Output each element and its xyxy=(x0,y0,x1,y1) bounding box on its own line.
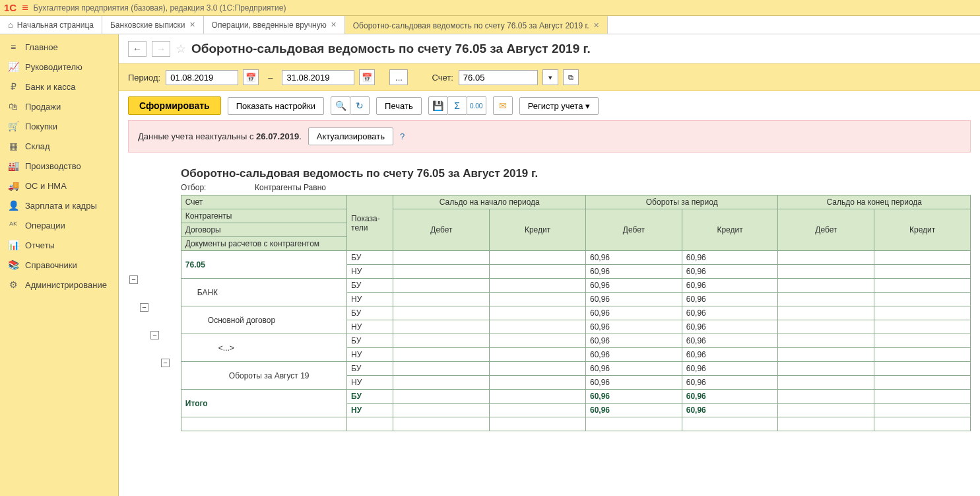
sidebar-item-6[interactable]: 🏭Производство xyxy=(0,156,118,176)
period-dash: – xyxy=(268,73,273,83)
tab-label: Операции, введенные вручную xyxy=(212,20,327,30)
account-input[interactable] xyxy=(459,70,538,85)
num-cell: 60,96 xyxy=(585,306,682,320)
sidebar-label: Зарплата и кадры xyxy=(25,201,97,211)
forward-button[interactable]: → xyxy=(152,41,170,57)
num-cell xyxy=(393,362,490,376)
indicator-cell: НУ xyxy=(347,265,393,279)
sidebar-item-11[interactable]: 📚Справочники xyxy=(0,255,118,275)
num-cell: 60,96 xyxy=(682,404,778,417)
tab-label: Банковские выписки xyxy=(110,20,185,30)
num-cell xyxy=(393,390,490,404)
th-end-balance: Сальдо на конец периода xyxy=(778,195,971,209)
chart-icon[interactable]: Σ xyxy=(447,96,467,115)
sidebar-label: Администрирование xyxy=(25,280,107,290)
show-settings-button[interactable]: Показать настройки xyxy=(228,97,324,115)
sidebar-item-7[interactable]: 🚚ОС и НМА xyxy=(0,176,118,195)
num-cell: 60,96 xyxy=(585,293,682,306)
sidebar-label: Главное xyxy=(25,42,58,52)
tab-1[interactable]: Банковские выписки✕ xyxy=(102,16,204,34)
th-docs: Документы расчетов с контрагентом xyxy=(181,237,346,251)
help-icon[interactable]: ? xyxy=(400,131,405,141)
table-row[interactable]: <...>БУ60,9660,96 xyxy=(181,334,970,348)
favorite-icon[interactable]: ☆ xyxy=(176,42,186,56)
num-cell xyxy=(490,265,586,279)
num-cell xyxy=(393,320,490,334)
sidebar-item-1[interactable]: 📈Руководителю xyxy=(0,57,118,77)
sidebar-icon: 🛍 xyxy=(8,101,18,112)
account-dropdown-button[interactable]: ▾ xyxy=(542,69,558,85)
sidebar-item-2[interactable]: ₽Банк и касса xyxy=(0,77,118,96)
num-cell: 60,96 xyxy=(585,390,682,404)
num-cell xyxy=(778,251,874,265)
sidebar-item-3[interactable]: 🛍Продажи xyxy=(0,96,118,116)
num-cell: 60,96 xyxy=(682,320,778,334)
calendar-to-button[interactable]: 📅 xyxy=(359,69,375,85)
row-name: <...> xyxy=(181,334,346,362)
table-row[interactable]: БАНКБУ60,9660,96 xyxy=(181,279,970,293)
period-picker-button[interactable]: ... xyxy=(389,69,408,85)
date-from-input[interactable] xyxy=(170,73,223,83)
close-icon[interactable]: ✕ xyxy=(593,21,599,30)
table-row[interactable]: Основной договорБУ60,9660,96 xyxy=(181,306,970,320)
home-icon: ⌂ xyxy=(8,20,13,30)
sidebar-item-4[interactable]: 🛒Покупки xyxy=(0,116,118,136)
print-button[interactable]: Печать xyxy=(376,97,422,115)
sidebar-item-10[interactable]: 📊Отчеты xyxy=(0,235,118,255)
num-cell xyxy=(874,404,971,417)
search-icon[interactable]: 🔍 xyxy=(331,96,350,115)
tree-toggle[interactable]: − xyxy=(161,359,170,367)
th-indicators: Показа- тели xyxy=(347,195,393,251)
tree-toggle[interactable]: − xyxy=(140,303,148,312)
num-cell xyxy=(874,306,971,320)
report-title: Оборотно-сальдовая ведомость по счету 76… xyxy=(181,167,971,180)
num-cell xyxy=(874,362,971,376)
num-cell xyxy=(490,362,586,376)
sidebar-icon: ₽ xyxy=(8,81,18,92)
sidebar-item-0[interactable]: ≡Главное xyxy=(0,37,118,57)
report-area: Оборотно-сальдовая ведомость по счету 76… xyxy=(119,158,980,444)
row-name: 76.05 xyxy=(181,251,346,279)
sidebar-label: Руководителю xyxy=(25,62,82,72)
num-cell xyxy=(778,265,874,279)
sidebar-item-9[interactable]: ᴬᴷОперации xyxy=(0,215,118,235)
num-cell: 60,96 xyxy=(585,320,682,334)
mail-icon[interactable]: ✉ xyxy=(493,96,513,115)
th-debit: Дебет xyxy=(585,209,682,251)
num-cell xyxy=(393,306,490,320)
table-row[interactable]: Обороты за Август 19БУ60,9660,96 xyxy=(181,362,970,376)
indicator-cell: БУ xyxy=(347,362,393,376)
counter-icon[interactable]: 0.00 xyxy=(467,96,486,115)
account-open-button[interactable]: ⧉ xyxy=(563,69,579,85)
tab-3[interactable]: Оборотно-сальдовая ведомость по счету 76… xyxy=(345,16,608,34)
date-to-input[interactable] xyxy=(286,73,339,83)
tab-0[interactable]: ⌂Начальная страница xyxy=(0,16,102,34)
generate-button[interactable]: Сформировать xyxy=(128,96,221,115)
sidebar-item-12[interactable]: ⚙Администрирование xyxy=(0,275,118,295)
sidebar-item-8[interactable]: 👤Зарплата и кадры xyxy=(0,195,118,215)
sidebar-icon: ▦ xyxy=(8,141,18,151)
tabs-bar: ⌂Начальная страницаБанковские выписки✕Оп… xyxy=(0,16,980,34)
num-cell: 60,96 xyxy=(682,251,778,265)
save-icon[interactable]: 💾 xyxy=(428,96,448,115)
close-icon[interactable]: ✕ xyxy=(331,20,337,29)
refresh-icon[interactable]: ↻ xyxy=(350,96,370,115)
calendar-from-button[interactable]: 📅 xyxy=(243,69,259,85)
tree-toggle[interactable]: − xyxy=(150,331,159,339)
back-button[interactable]: ← xyxy=(128,41,147,57)
num-cell xyxy=(778,376,874,390)
num-cell: 60,96 xyxy=(682,293,778,306)
num-cell: 60,96 xyxy=(585,279,682,293)
update-button[interactable]: Актуализировать xyxy=(308,127,393,145)
tree-toggle[interactable]: − xyxy=(129,275,138,284)
num-cell xyxy=(393,279,490,293)
sidebar-item-5[interactable]: ▦Склад xyxy=(0,136,118,156)
register-button[interactable]: Регистр учета ▾ xyxy=(519,97,599,115)
logo-1c: 1C xyxy=(4,2,16,13)
table-row[interactable]: 76.05БУ60,9660,96 xyxy=(181,251,970,265)
menu-icon[interactable]: ≡ xyxy=(22,2,28,14)
tab-2[interactable]: Операции, введенные вручную✕ xyxy=(204,16,345,34)
close-icon[interactable]: ✕ xyxy=(189,20,195,29)
sidebar-label: Справочники xyxy=(25,260,77,270)
indicator-cell: БУ xyxy=(347,279,393,293)
